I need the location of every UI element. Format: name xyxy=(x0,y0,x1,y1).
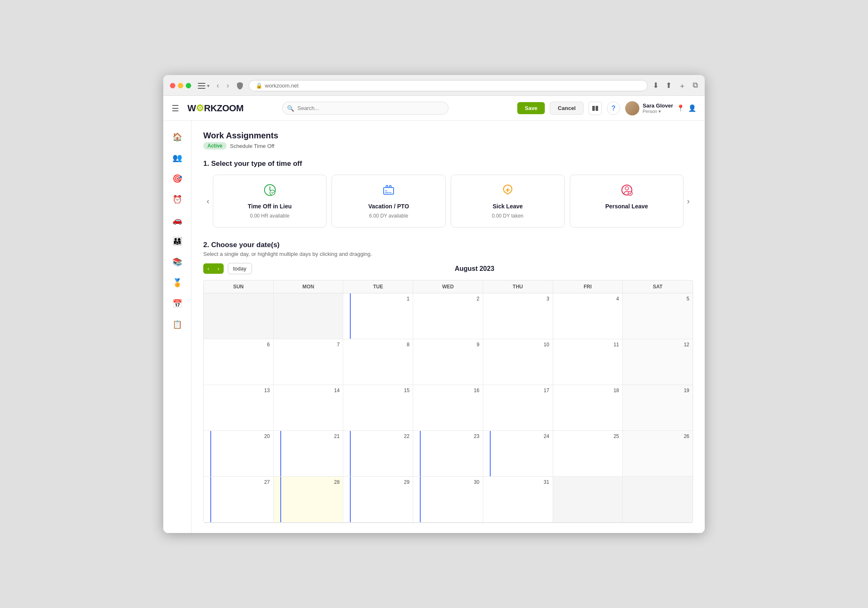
calendar-cell[interactable]: 10 xyxy=(483,339,553,385)
calendar-cell[interactable]: 31 xyxy=(483,477,553,523)
download-icon[interactable]: ⬇ xyxy=(653,81,659,91)
address-bar[interactable]: 🔒 workzoom.net xyxy=(249,80,648,91)
calendar-cell[interactable]: 1 xyxy=(343,293,413,339)
sidebar-item-home[interactable]: 🏠 xyxy=(168,128,187,146)
time-off-lieu-icon xyxy=(263,183,277,200)
calendar-cell[interactable]: 14 xyxy=(274,385,344,431)
calendar-cell[interactable]: 22 xyxy=(343,431,413,477)
sidebar-item-car[interactable]: 🚗 xyxy=(168,211,187,229)
calendar-cell[interactable]: 30 xyxy=(413,477,483,523)
calendar-cell[interactable]: 4 xyxy=(553,293,623,339)
svg-rect-0 xyxy=(198,83,205,84)
leave-card-time-off-lieu[interactable]: Time Off in Lieu 0.00 HR available xyxy=(213,175,327,228)
hamburger-menu[interactable]: ☰ xyxy=(172,103,179,113)
close-button[interactable] xyxy=(170,83,175,88)
carousel-next-button[interactable]: › xyxy=(683,193,693,209)
calendar-cell[interactable]: 28 xyxy=(274,477,344,523)
save-button[interactable]: Save xyxy=(517,102,545,114)
today-button[interactable]: today xyxy=(228,263,252,274)
search-icon: 🔍 xyxy=(287,105,294,112)
sidebar-item-stack[interactable]: 📚 xyxy=(168,253,187,271)
help-button[interactable]: ? xyxy=(607,102,620,115)
sidebar-toggle[interactable]: ▾ xyxy=(198,83,210,89)
search-input[interactable] xyxy=(282,102,449,115)
calendar-cell[interactable]: 19 xyxy=(623,385,693,431)
back-button[interactable]: ‹ xyxy=(215,80,221,91)
leave-card-sick-leave[interactable]: Sick Leave 0.00 DY taken xyxy=(451,175,565,228)
calendar-cell[interactable]: 24 xyxy=(483,431,553,477)
carousel-prev-button[interactable]: ‹ xyxy=(203,193,213,209)
leave-card-detail-sick: 0.00 DY taken xyxy=(492,213,524,219)
calendar-cell[interactable]: 26 xyxy=(623,431,693,477)
calendar-cell[interactable]: 29 xyxy=(343,477,413,523)
sidebar-item-table[interactable]: 📋 xyxy=(168,315,187,333)
calendar-cell[interactable]: 17 xyxy=(483,385,553,431)
maximize-button[interactable] xyxy=(186,83,191,88)
calendar-event-line xyxy=(350,477,351,522)
calendar-cell[interactable]: 15 xyxy=(343,385,413,431)
svg-rect-2 xyxy=(198,88,205,89)
calendar-date-number: 24 xyxy=(486,433,549,439)
section1-title: 1. Select your type of time off xyxy=(203,160,693,168)
sidebar-item-clock[interactable]: ⏰ xyxy=(168,190,187,208)
calendar-cell[interactable] xyxy=(623,477,693,523)
leave-card-vacation-pto[interactable]: Vacation / PTO 6.00 DY available xyxy=(332,175,446,228)
minimize-button[interactable] xyxy=(178,83,183,88)
tabs-icon[interactable]: ⧉ xyxy=(693,81,698,91)
calendar-date-number: 22 xyxy=(347,433,409,439)
calendar-date-number: 11 xyxy=(556,342,619,348)
calendar-nav: ‹ › today August 2023 xyxy=(203,263,693,274)
svg-rect-3 xyxy=(592,106,595,111)
cal-header-sat: SAT xyxy=(623,280,693,293)
calendar-cell[interactable]: 27 xyxy=(204,477,274,523)
sidebar-item-group[interactable]: 👨‍👩‍👧 xyxy=(168,232,187,250)
calendar-cell[interactable]: 2 xyxy=(413,293,483,339)
calendar-date-number: 2 xyxy=(417,296,479,302)
calendar-cell[interactable]: 12 xyxy=(623,339,693,385)
calendar-cell[interactable]: 8 xyxy=(343,339,413,385)
sidebar-item-medal[interactable]: 🏅 xyxy=(168,273,187,292)
sidebar-item-target[interactable]: 🎯 xyxy=(168,169,187,188)
dropdown-arrow-icon: ▾ xyxy=(658,109,661,114)
calendar-cell[interactable]: 23 xyxy=(413,431,483,477)
calendar-date-number: 29 xyxy=(347,479,409,485)
calendar-date-number: 1 xyxy=(347,296,409,302)
calendar-cell[interactable]: 11 xyxy=(553,339,623,385)
share-icon[interactable]: ⬆ xyxy=(666,81,672,91)
calendar-date-number: 15 xyxy=(347,388,409,393)
sidebar-item-people[interactable]: 👥 xyxy=(168,148,187,167)
user-role: Person ▾ xyxy=(643,109,673,114)
calendar-cell[interactable]: 21 xyxy=(274,431,344,477)
calendar-event-line xyxy=(490,431,491,476)
header-right: Save Cancel ? Sara Glover Person ▾ 📍 � xyxy=(517,101,696,115)
calendar-cell[interactable]: 5 xyxy=(623,293,693,339)
calendar-event-line xyxy=(350,293,351,339)
avatar xyxy=(625,101,639,115)
calendar-cell[interactable]: 7 xyxy=(274,339,344,385)
calendar-cell[interactable]: 20 xyxy=(204,431,274,477)
columns-icon-button[interactable] xyxy=(589,102,602,115)
calendar-cell[interactable] xyxy=(553,477,623,523)
calendar-prev-button[interactable]: ‹ xyxy=(203,263,213,274)
cal-header-thu: THU xyxy=(483,280,553,293)
calendar-cell[interactable]: 9 xyxy=(413,339,483,385)
cancel-button[interactable]: Cancel xyxy=(550,102,584,115)
calendar-cell[interactable]: 6 xyxy=(204,339,274,385)
calendar-cell[interactable]: 16 xyxy=(413,385,483,431)
calendar-next-button[interactable]: › xyxy=(213,263,223,274)
calendar-cell[interactable] xyxy=(204,293,274,339)
forward-button[interactable]: › xyxy=(224,80,231,91)
calendar-cell[interactable]: 13 xyxy=(204,385,274,431)
calendar-cell[interactable]: 18 xyxy=(553,385,623,431)
new-tab-icon[interactable]: ＋ xyxy=(678,81,686,91)
calendar-cell[interactable]: 25 xyxy=(553,431,623,477)
calendar-cell[interactable] xyxy=(274,293,344,339)
user-menu-icon[interactable]: 👤 xyxy=(688,104,696,112)
leave-card-personal-leave[interactable]: Personal Leave xyxy=(570,175,684,228)
vacation-pto-icon xyxy=(382,183,395,200)
calendar-cell[interactable]: 3 xyxy=(483,293,553,339)
sidebar-item-calendar[interactable]: 📅 xyxy=(168,294,187,313)
leave-card-name-personal: Personal Leave xyxy=(605,203,648,210)
leave-cards-row: ‹ Time Off in Lieu 0 xyxy=(203,175,693,228)
calendar-date-number: 14 xyxy=(277,388,340,393)
